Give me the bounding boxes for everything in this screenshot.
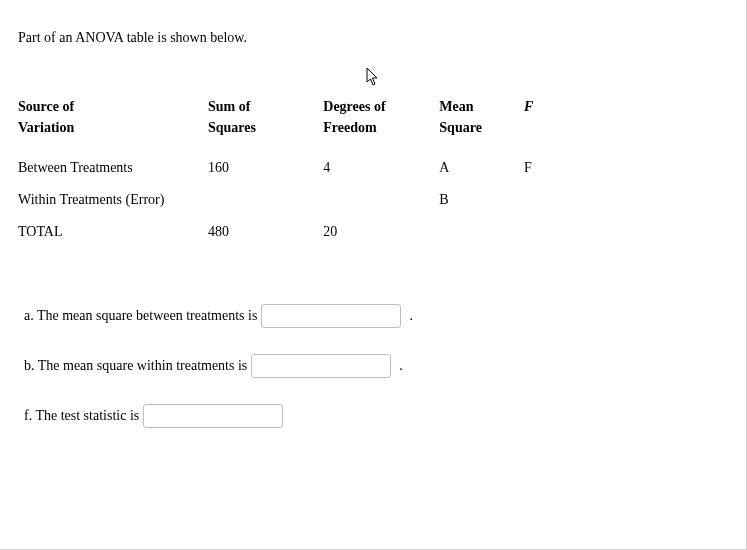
cell-between-f: F (524, 160, 578, 192)
cell-total-df: 20 (323, 224, 439, 256)
intro-text: Part of an ANOVA table is shown below. (18, 30, 747, 46)
cell-between-ms: A (439, 160, 524, 192)
header-f: F (524, 96, 578, 160)
header-source-l2: Variation (18, 120, 74, 135)
question-a-label: a. The mean square between treatments is (24, 308, 257, 324)
question-b-label: b. The mean square within treatments is (24, 358, 247, 374)
cell-total-source: TOTAL (18, 224, 208, 256)
cell-between-df: 4 (323, 160, 439, 192)
table-row: Between Treatments 160 4 A F (18, 160, 578, 192)
cell-total-ss: 480 (208, 224, 323, 256)
question-b: b. The mean square within treatments is … (24, 354, 747, 378)
question-f-label: f. The test statistic is (24, 408, 139, 424)
cell-within-ss (208, 192, 323, 224)
cell-total-ms (439, 224, 524, 256)
questions-block: a. The mean square between treatments is… (24, 304, 747, 428)
question-a-period: . (409, 308, 413, 324)
header-ss: Sum of Squares (208, 96, 323, 160)
question-f-input[interactable] (143, 404, 283, 428)
header-ms-l1: Mean (439, 99, 473, 114)
cursor-arrow-icon (366, 67, 381, 91)
header-source: Source of Variation (18, 96, 208, 160)
cell-within-source: Within Treatments (Error) (18, 192, 208, 224)
header-ms: Mean Square (439, 96, 524, 160)
table-row: Within Treatments (Error) B (18, 192, 578, 224)
question-b-input[interactable] (251, 354, 391, 378)
header-df-l2: Freedom (323, 120, 376, 135)
question-a-input[interactable] (261, 304, 401, 328)
cell-within-ms: B (439, 192, 524, 224)
anova-table: Source of Variation Sum of Squares Degre… (18, 96, 578, 256)
header-ss-l2: Squares (208, 120, 256, 135)
header-f-label: F (524, 99, 533, 114)
cell-within-f (524, 192, 578, 224)
cell-between-source: Between Treatments (18, 160, 208, 192)
question-b-period: . (399, 358, 403, 374)
cell-between-ss: 160 (208, 160, 323, 192)
header-ss-l1: Sum of (208, 99, 250, 114)
table-row: TOTAL 480 20 (18, 224, 578, 256)
header-df: Degrees of Freedom (323, 96, 439, 160)
cell-total-f (524, 224, 578, 256)
header-ms-l2: Square (439, 120, 482, 135)
header-source-l1: Source of (18, 99, 74, 114)
header-df-l1: Degrees of (323, 99, 385, 114)
question-a: a. The mean square between treatments is… (24, 304, 747, 328)
question-f: f. The test statistic is (24, 404, 747, 428)
cell-within-df (323, 192, 439, 224)
